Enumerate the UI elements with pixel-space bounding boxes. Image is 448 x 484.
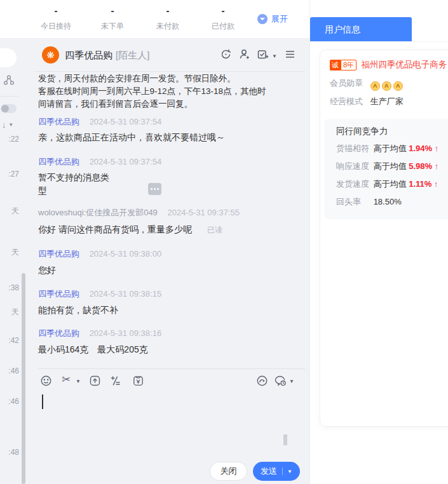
customer-service-app: - 今日接待 - 未下单 - 未付款 - 已付款 展开	[0, 0, 448, 484]
scrollbar-thumb[interactable]	[283, 434, 287, 445]
user-info-panel: 用户信息 诚 8年 福州四季优品电子商务 会员勋章 A A A 经营模式 生产厂…	[309, 0, 448, 484]
org-chart-icon[interactable]	[3, 74, 15, 88]
chevron-down-icon[interactable]: ▼	[287, 469, 292, 474]
mode-value: 生产厂家	[370, 97, 404, 106]
chengxintong-badge: 诚	[330, 60, 341, 71]
chat-title: 四季优品购[陌生人]	[65, 50, 149, 62]
chevron-down-icon[interactable]: ▼	[76, 379, 81, 384]
medal-icon: A	[370, 81, 380, 91]
message-meta: 四季优品购 2024-5-31 09:37:54	[38, 116, 161, 128]
mode-label: 经营模式	[330, 97, 363, 106]
close-button[interactable]: 关闭	[210, 462, 247, 481]
shop-info-card: 诚 8年 福州四季优品电子商务 会员勋章 A A A 经营模式 生产厂家 同行间…	[320, 50, 448, 427]
chat-message: 亲，这款商品正在活动中，喜欢就不要错过哦～	[38, 131, 225, 144]
competitiveness-title: 同行间竞争力	[336, 126, 388, 137]
chat-history-icon[interactable]	[274, 375, 287, 387]
message-meta: 四季优品购 2024-5-31 09:37:54	[38, 156, 161, 168]
years-badge: 8年	[341, 60, 356, 71]
send-button[interactable]: 发送 ▼	[253, 462, 300, 481]
conversation-item[interactable]: :46	[0, 397, 19, 406]
conversation-item[interactable]: :42	[0, 336, 19, 345]
business-mode-row: 经营模式 生产厂家	[330, 96, 404, 107]
chat-message: 暂不支持的消息类 型	[38, 171, 109, 198]
stat-paid: - 已付款	[205, 5, 241, 32]
conversation-item-selected[interactable]: :38	[0, 283, 19, 292]
emoji-icon[interactable]	[40, 375, 52, 387]
expand-button[interactable]: 展开	[257, 13, 288, 25]
expand-label: 展开	[271, 13, 288, 25]
conversation-item[interactable]: :48	[0, 448, 19, 457]
competitiveness-row: 货描相符 高于均值 1.94% ↑	[336, 143, 438, 154]
divider	[0, 96, 18, 97]
read-status: 已读	[207, 225, 222, 234]
add-contact-icon[interactable]	[238, 48, 250, 60]
menu-icon[interactable]	[284, 48, 296, 60]
message-time: 2024-5-31 09:37:54	[90, 117, 161, 126]
medal-row: 会员勋章 A A A	[330, 77, 403, 91]
scrollbar-thumb[interactable]	[22, 273, 25, 484]
conversation-list-panel: ↓ ▼ :22 :27 天 天 :38 天 :42 :46 :46 :48	[0, 39, 26, 484]
shop-name-link[interactable]: 福州四季优品电子商务	[361, 59, 447, 71]
chevron-down-icon[interactable]: ▼	[289, 379, 294, 384]
stat-value: -	[38, 5, 74, 17]
chevron-down-icon	[257, 14, 268, 24]
conversation-item[interactable]: :46	[0, 366, 19, 375]
competitiveness-card: 同行间竞争力 货描相符 高于均值 1.94% ↑ 响应速度 高于均值 5.98%…	[324, 119, 448, 219]
stat-label: 已付款	[205, 21, 241, 32]
competitiveness-row: 回头率 18.50%	[336, 196, 402, 208]
chat-panel: ❋ 四季优品购[陌生人] ▼	[26, 39, 309, 484]
stats-topbar: - 今日接待 - 未下单 - 未付款 - 已付款 展开	[0, 0, 309, 39]
conversation-item[interactable]: :22	[0, 135, 19, 144]
sort-descending-icon[interactable]: ↓ ▼	[2, 120, 13, 130]
stat-today-reception: - 今日接待	[38, 5, 74, 32]
message-time: 2024-5-31 09:38:00	[90, 249, 161, 259]
payment-envelope-icon[interactable]	[132, 375, 144, 387]
refresh-history-icon[interactable]	[220, 48, 232, 60]
tab-user-info[interactable]: 用户信息	[310, 17, 412, 41]
message-meta: 四季优品购 2024-5-31 09:38:00	[38, 248, 161, 260]
chevron-down-icon[interactable]: ▼	[272, 53, 277, 59]
stat-value: -	[205, 5, 241, 17]
toggle-switch[interactable]	[1, 104, 17, 113]
sender-name[interactable]: 四季优品购	[38, 328, 79, 338]
conversation-item[interactable]: 天	[0, 247, 19, 258]
toggle-knob	[1, 105, 9, 112]
stranger-tag: [陌生人]	[116, 50, 149, 60]
modify-price-icon[interactable]	[109, 375, 121, 387]
sender-name[interactable]: 四季优品购	[38, 157, 79, 166]
message-meta: woloveshuqi:促佳搜品开发部049 2024-5-31 09:37:5…	[38, 207, 240, 218]
medal-label: 会员勋章	[330, 78, 363, 88]
message-meta: 四季优品购 2024-5-31 09:38:16	[38, 328, 161, 339]
conversation-item[interactable]: :27	[0, 170, 19, 178]
transfer-session-icon[interactable]	[256, 375, 268, 387]
medal-icon: A	[382, 81, 391, 91]
sender-name[interactable]: 四季优品购	[38, 289, 79, 299]
up-arrow-icon: ↑	[435, 144, 439, 153]
medal-icon: A	[393, 81, 403, 91]
chat-message: 最小码164克 最大码205克	[38, 343, 148, 356]
chat-message: 你好 请问这件商品有货吗，重量多少呢已读	[38, 223, 222, 236]
message-time: 2024-5-31 09:38:15	[90, 289, 161, 299]
stat-no-order: - 未下单	[95, 5, 130, 32]
create-task-icon[interactable]	[257, 48, 269, 60]
more-options-icon[interactable]	[148, 183, 161, 195]
conversation-item[interactable]: 天	[0, 307, 19, 318]
conversation-item[interactable]: 天	[0, 206, 19, 217]
stat-label: 今日接待	[38, 21, 74, 32]
up-arrow-icon: ↑	[434, 179, 438, 189]
divider	[282, 467, 283, 475]
stat-value: -	[150, 5, 186, 17]
stat-unpaid: - 未付款	[150, 5, 186, 32]
chat-message: 发货，周天付款的会安排在周一发货。节假日除外。 客服在线时间周一到周六早上9-1…	[38, 72, 266, 111]
stat-label: 未付款	[150, 21, 186, 32]
screenshot-scissors-icon[interactable]: ✂	[62, 373, 71, 386]
message-time: 2024-5-31 09:37:55	[167, 208, 239, 217]
sender-name[interactable]: 四季优品购	[38, 249, 79, 259]
stat-label: 未下单	[95, 21, 130, 32]
competitiveness-row: 发货速度 高于均值 1.11% ↑	[336, 178, 438, 190]
sender-name[interactable]: woloveshuqi:促佳搜品开发部049	[38, 208, 158, 217]
sender-name[interactable]: 四季优品购	[38, 117, 79, 126]
image-upload-icon[interactable]	[89, 375, 101, 387]
text-input-cursor[interactable]	[42, 394, 43, 409]
search-input[interactable]	[0, 48, 17, 67]
